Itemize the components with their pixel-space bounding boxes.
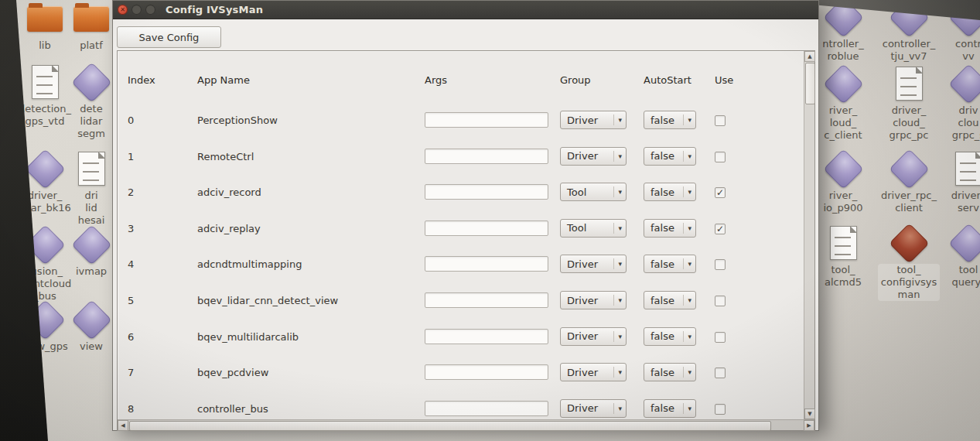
config-ivsysman-window: ✕ Config IVSysMan Save Config Index App … <box>112 0 819 431</box>
icon-label-line: grpc_s <box>930 129 980 142</box>
use-checkbox[interactable]: ✓ <box>715 224 726 234</box>
chevron-down-icon: ▾ <box>683 331 695 342</box>
args-input[interactable] <box>425 220 548 236</box>
diamond-icon <box>71 299 111 340</box>
titlebar[interactable]: ✕ Config IVSysMan <box>113 1 818 19</box>
group-value: Driver <box>561 402 613 414</box>
save-config-button[interactable]: Save Config <box>117 26 221 48</box>
chevron-down-icon: ▾ <box>613 295 626 306</box>
table-row: 1 RemoteCtrl Driver ▾ false ▾ <box>118 139 804 175</box>
folder-icon <box>73 6 109 32</box>
row-app-name: PerceptionShow <box>197 115 278 126</box>
header-autostart: AutoStart <box>644 74 691 86</box>
row-index: 2 <box>128 186 134 198</box>
minimize-button[interactable] <box>131 5 142 15</box>
horizontal-scrollbar[interactable]: ◀ ▶ <box>118 419 814 430</box>
chevron-down-icon: ▾ <box>613 115 626 125</box>
table-row: 6 bqev_multilidarcalib Driver ▾ false ▾ <box>118 320 804 355</box>
group-dropdown[interactable]: Driver ▾ <box>560 291 627 309</box>
doc-icon <box>830 226 857 260</box>
args-input[interactable] <box>425 112 548 128</box>
table-row: 4 adcndtmultimapping Driver ▾ false ▾ <box>118 247 804 282</box>
chevron-down-icon: ▾ <box>683 115 695 125</box>
args-input[interactable] <box>425 401 548 416</box>
desktop-icon-driver-serv[interactable]: driver_serv <box>930 152 980 214</box>
doc-icon <box>955 152 980 186</box>
autostart-dropdown[interactable]: false ▾ <box>644 219 696 238</box>
autostart-dropdown[interactable]: false ▾ <box>644 363 696 381</box>
vertical-scroll-thumb[interactable] <box>805 63 815 104</box>
args-input[interactable] <box>425 329 548 344</box>
group-dropdown[interactable]: Driver ▾ <box>560 255 627 273</box>
group-dropdown[interactable]: Driver ▾ <box>560 399 627 418</box>
chevron-down-icon: ▾ <box>683 295 695 306</box>
scroll-left-button[interactable]: ◀ <box>118 420 128 431</box>
use-checkbox[interactable] <box>715 152 726 162</box>
icon-label-line: vv <box>930 50 980 63</box>
row-app-name: controller_bus <box>197 403 268 415</box>
table-row: 7 bqev_pcdview Driver ▾ false ▾ <box>118 355 804 391</box>
autostart-dropdown[interactable]: false ▾ <box>644 399 696 418</box>
autostart-dropdown[interactable]: false ▾ <box>644 111 696 129</box>
group-dropdown[interactable]: Driver ▾ <box>560 327 627 346</box>
row-app-name: RemoteCtrl <box>197 151 254 162</box>
diamond-icon <box>71 62 111 102</box>
group-value: Tool <box>561 222 613 234</box>
header-group: Group <box>560 74 591 86</box>
autostart-dropdown[interactable]: false ▾ <box>644 147 696 166</box>
use-checkbox[interactable] <box>715 296 726 306</box>
close-button[interactable]: ✕ <box>118 5 128 15</box>
close-icon: ✕ <box>120 5 125 15</box>
row-app-name: bqev_lidar_cnn_detect_view <box>197 295 338 306</box>
scroll-up-icon: ▲ <box>808 53 811 60</box>
row-app-name: bqev_pcdview <box>197 367 268 378</box>
icon-label: toolqueryr <box>930 264 980 289</box>
autostart-dropdown[interactable]: false ▾ <box>644 183 696 201</box>
group-value: Driver <box>561 330 613 342</box>
icon-label-line: tool <box>930 264 980 276</box>
group-dropdown[interactable]: Driver ▾ <box>560 111 627 129</box>
args-input[interactable] <box>425 184 548 200</box>
scroll-up-button[interactable]: ▲ <box>804 51 815 62</box>
desktop-icon-driver-cloud-grpc-s[interactable]: drivclougrpc_s <box>930 67 980 142</box>
args-input[interactable] <box>425 292 548 308</box>
scroll-right-button[interactable]: ▶ <box>804 420 814 431</box>
args-input[interactable] <box>425 149 548 164</box>
doc-icon <box>896 67 923 101</box>
icon-label-line: tool_ <box>881 264 937 276</box>
maximize-button[interactable] <box>145 5 155 15</box>
table-frame: Index App Name Args Group AutoStart Use … <box>117 50 815 431</box>
args-input[interactable] <box>425 364 548 380</box>
group-dropdown[interactable]: Driver ▾ <box>560 147 627 166</box>
icon-label-line: driver_ <box>930 190 980 202</box>
autostart-dropdown[interactable]: false ▾ <box>644 255 696 273</box>
args-input[interactable] <box>425 256 548 272</box>
use-checkbox[interactable] <box>715 115 726 126</box>
autostart-value: false <box>644 367 683 378</box>
header-app-name: App Name <box>197 74 250 86</box>
chevron-down-icon: ▾ <box>683 367 695 378</box>
group-dropdown[interactable]: Tool ▾ <box>560 183 627 201</box>
diamond-icon <box>948 223 980 263</box>
use-checkbox[interactable] <box>715 368 726 378</box>
table-row: 0 PerceptionShow Driver ▾ false ▾ <box>118 103 804 138</box>
vertical-scrollbar[interactable]: ▲ ▼ <box>804 51 814 419</box>
use-checkbox[interactable] <box>715 404 726 415</box>
autostart-dropdown[interactable]: false ▾ <box>644 291 696 309</box>
table-row: 2 adciv_record Tool ▾ false ▾ ✓ <box>118 175 804 210</box>
window-title: Config IVSysMan <box>166 4 263 15</box>
icon-label: drivclougrpc_s <box>930 104 980 142</box>
horizontal-scroll-thumb[interactable] <box>129 421 771 431</box>
use-checkbox[interactable] <box>715 259 726 270</box>
group-dropdown[interactable]: Tool ▾ <box>560 219 627 238</box>
desktop-icon-tool-queryr[interactable]: toolqueryr <box>930 226 980 289</box>
use-checkbox[interactable] <box>715 332 726 343</box>
row-app-name: adcndtmultimapping <box>197 258 302 270</box>
chevron-down-icon: ▾ <box>613 331 626 342</box>
row-index: 5 <box>128 295 134 306</box>
group-dropdown[interactable]: Driver ▾ <box>560 363 627 381</box>
save-config-label: Save Config <box>139 32 200 43</box>
use-checkbox[interactable]: ✓ <box>715 187 726 198</box>
autostart-dropdown[interactable]: false ▾ <box>644 327 696 346</box>
scroll-down-button[interactable]: ▼ <box>804 409 815 419</box>
